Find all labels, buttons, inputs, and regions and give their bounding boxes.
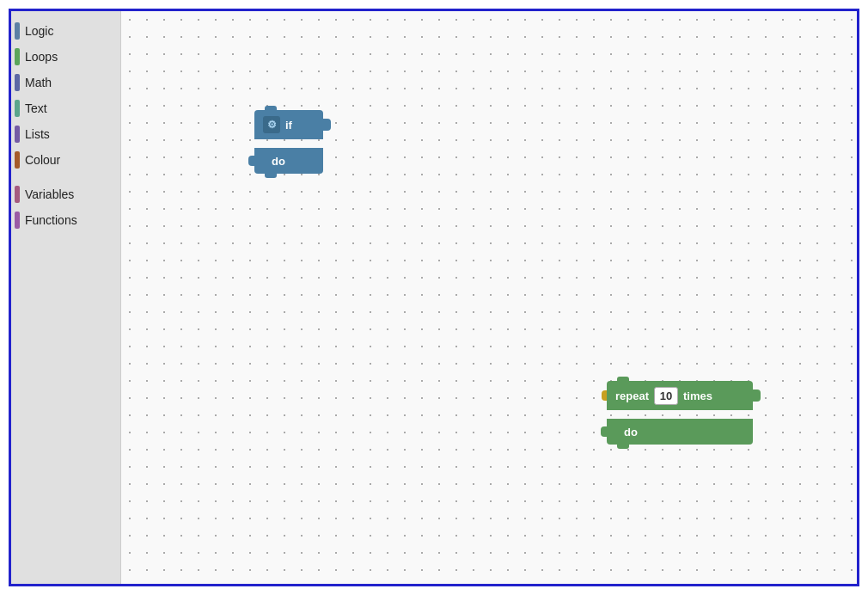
do-label: do	[272, 155, 285, 168]
lists-color-bar	[15, 126, 20, 143]
if-block[interactable]: ⚙ if do	[254, 110, 323, 174]
repeat-right-notch	[753, 390, 761, 402]
sidebar: Logic Loops Math Text Lists Colour	[11, 11, 121, 584]
sidebar-item-lists[interactable]: Lists	[11, 121, 120, 147]
if-c-space	[254, 139, 323, 146]
sidebar-item-loops[interactable]: Loops	[11, 44, 120, 70]
do-left-notch	[248, 156, 254, 166]
block-canvas[interactable]: ⚙ if do repeat	[121, 11, 857, 584]
sidebar-label-math: Math	[25, 76, 52, 89]
loops-color-bar	[15, 48, 20, 65]
repeat-do-left-notch	[601, 426, 607, 437]
text-color-bar	[15, 100, 20, 117]
sidebar-spacer	[11, 173, 120, 181]
repeat-block[interactable]: repeat 10 times do	[607, 381, 753, 445]
sidebar-item-colour[interactable]: Colour	[11, 147, 120, 173]
if-label: if	[285, 119, 292, 132]
repeat-block-top[interactable]: repeat 10 times	[607, 381, 753, 410]
if-block-top[interactable]: ⚙ if	[254, 110, 323, 139]
repeat-label: repeat	[615, 390, 649, 402]
repeat-number-input[interactable]: 10	[654, 387, 678, 405]
colour-color-bar	[15, 151, 20, 169]
if-top-bump	[265, 106, 277, 110]
sidebar-item-functions[interactable]: Functions	[11, 207, 120, 233]
app-container: Logic Loops Math Text Lists Colour	[9, 9, 859, 586]
times-label: times	[683, 390, 712, 402]
sidebar-item-text[interactable]: Text	[11, 95, 120, 121]
variables-color-bar	[15, 186, 20, 203]
repeat-top-bump	[617, 377, 629, 381]
sidebar-label-colour: Colour	[25, 153, 60, 167]
if-right-notch	[323, 119, 331, 131]
if-bottom-bump	[265, 174, 277, 178]
sidebar-label-text: Text	[25, 101, 47, 115]
repeat-c-space	[607, 410, 753, 417]
repeat-block-bottom: do	[607, 419, 753, 445]
sidebar-item-logic[interactable]: Logic	[11, 18, 120, 44]
logic-color-bar	[15, 22, 20, 40]
sidebar-label-variables: Variables	[25, 187, 74, 201]
if-block-bottom: do	[254, 148, 323, 174]
gear-icon[interactable]: ⚙	[263, 116, 280, 133]
repeat-do-label: do	[624, 426, 638, 439]
functions-color-bar	[15, 212, 20, 229]
sidebar-label-functions: Functions	[25, 213, 77, 227]
sidebar-item-math[interactable]: Math	[11, 70, 120, 95]
math-color-bar	[15, 74, 20, 91]
sidebar-label-logic: Logic	[25, 24, 53, 38]
sidebar-item-variables[interactable]: Variables	[11, 181, 120, 207]
sidebar-label-loops: Loops	[25, 50, 58, 64]
repeat-bottom-bump	[617, 445, 629, 449]
sidebar-label-lists: Lists	[25, 127, 50, 141]
